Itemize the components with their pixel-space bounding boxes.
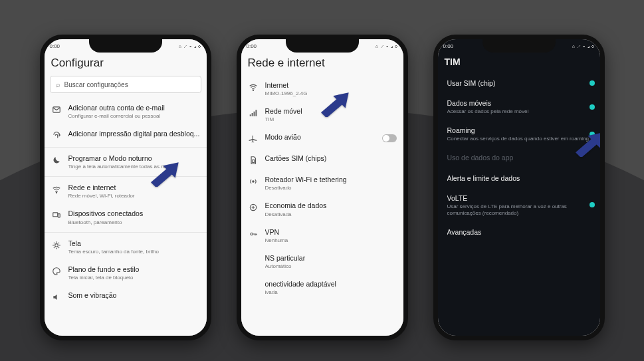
vpn-icon [248, 229, 259, 239]
item-title: Programar o Modo noturno [68, 154, 200, 163]
phone-stage: 0:00 ⌂ ⟋ ▾ ◿ ▢ Configurar ⌕ Buscar confi… [0, 0, 644, 340]
item-use-sim[interactable]: Usar SIM (chip) [438, 73, 600, 93]
item-roaming[interactable]: RoamingConectar aos serviços de dados qu… [438, 120, 600, 148]
item-title: VPN [265, 228, 397, 237]
svg-point-7 [252, 181, 253, 182]
svg-point-9 [250, 233, 253, 235]
screen-network: 0:00 ⌂ ⟋ ▾ ◿ ▢ Rede e internet InternetM… [241, 39, 403, 336]
item-sub: Tema escuro, tamanho da fonte, brilho [68, 249, 200, 255]
item-sub: Bluetooth, pareamento [68, 219, 200, 226]
roaming-toggle[interactable] [590, 132, 595, 137]
item-title: Roaming [447, 126, 591, 135]
fingerprint-icon [51, 130, 62, 141]
phone-notch [483, 39, 556, 53]
item-hotspot[interactable]: Roteador Wi-Fi e tetheringDesativado [241, 170, 403, 196]
use-sim-toggle[interactable] [590, 80, 595, 86]
status-indicators: ⌂ ⟋ ▾ ◿ ▢ [179, 44, 201, 49]
item-title: Modo avião [265, 133, 397, 142]
item-display[interactable]: TelaTema escuro, tamanho da fonte, brilh… [45, 234, 207, 260]
item-sub: Acessar os dados pela rede móvel [447, 108, 591, 115]
mobile-data-toggle[interactable] [590, 104, 595, 110]
item-sub: Desativado [265, 185, 397, 191]
sim-list: Usar SIM (chip) Dados móveisAcessar os d… [438, 73, 600, 242]
item-title: Uso de dados do app [447, 154, 591, 162]
airplane-icon [248, 134, 259, 144]
phone-2: 0:00 ⌂ ⟋ ▾ ◿ ▢ Rede e internet InternetM… [237, 35, 408, 340]
item-sim-cards[interactable]: Cartões SIM (chips) [241, 149, 403, 170]
sim-icon [248, 155, 259, 166]
volte-toggle[interactable] [590, 202, 595, 207]
item-vpn[interactable]: VPNNenhuma [241, 223, 403, 249]
item-wallpaper[interactable]: Plano de fundo e estiloTela inicial, tel… [45, 260, 207, 286]
status-time: 0:00 [247, 43, 257, 49]
item-sub: Nenhuma [265, 237, 397, 244]
item-volte[interactable]: VoLTEUsar serviços de LTE para melhorar … [438, 188, 600, 222]
hotspot-icon [248, 176, 259, 187]
item-data-saver[interactable]: Economia de dadosDesativada [241, 196, 403, 222]
data-saver-icon [248, 202, 259, 213]
status-time: 0:00 [50, 43, 60, 49]
item-title: Usar SIM (chip) [447, 79, 591, 88]
signal-icon [248, 108, 259, 118]
display-icon [51, 240, 62, 251]
item-title: Cartões SIM (chips) [265, 154, 397, 163]
settings-list: Adicionar outra conta de e-mailConfigura… [45, 98, 207, 307]
item-network-internet[interactable]: Rede e internetRede móvel, Wi-Fi, rotead… [45, 178, 207, 204]
item-connected-devices[interactable]: Dispositivos conectadosBluetooth, paream… [45, 204, 207, 230]
svg-point-4 [54, 243, 58, 247]
divider [45, 232, 207, 233]
airplane-toggle[interactable] [382, 134, 397, 142]
sound-icon [51, 292, 62, 302]
item-mobile-network[interactable]: Rede móvelTIM [241, 102, 403, 128]
item-sub: ivada [265, 289, 397, 296]
item-title: Tela [68, 239, 200, 248]
phone-1: 0:00 ⌂ ⟋ ▾ ◿ ▢ Configurar ⌕ Buscar confi… [40, 35, 211, 340]
phone-notch [89, 39, 162, 53]
moon-icon [51, 155, 62, 166]
item-mobile-data[interactable]: Dados móveisAcessar os dados pela rede m… [438, 93, 600, 120]
item-internet[interactable]: InternetMIMO-1996_2.4G [241, 76, 403, 102]
search-icon: ⌕ [56, 80, 60, 88]
palette-icon [51, 266, 62, 277]
item-airplane-mode[interactable]: Modo avião [241, 128, 403, 149]
item-sound[interactable]: Som e vibração [45, 286, 207, 307]
item-title: Internet [265, 81, 397, 90]
item-sub: Rede móvel, Wi-Fi, roteador [68, 193, 200, 199]
item-sub: Conectar aos serviços de dados quando es… [447, 136, 591, 142]
page-title: TIM [438, 53, 600, 73]
status-indicators: ⌂ ⟋ ▾ ◿ ▢ [376, 44, 398, 49]
item-sub: MIMO-1996_2.4G [265, 90, 397, 97]
item-title: Plano de fundo e estilo [68, 265, 200, 274]
item-add-email[interactable]: Adicionar outra conta de e-mailConfigura… [45, 98, 207, 124]
item-title: Dados móveis [447, 99, 591, 108]
item-adaptive-connectivity[interactable]: onectividade adaptávelivada [241, 275, 403, 301]
screen-settings: 0:00 ⌂ ⟋ ▾ ◿ ▢ Configurar ⌕ Buscar confi… [45, 39, 207, 336]
search-placeholder: Buscar configurações [64, 81, 128, 88]
item-advanced[interactable]: Avançadas [438, 222, 600, 242]
item-fingerprint[interactable]: Adicionar impressão digital para desbloq… [45, 124, 207, 146]
item-data-alert[interactable]: Alerta e limite de dados [438, 168, 600, 188]
wifi-icon [248, 82, 259, 92]
svg-point-5 [253, 90, 253, 90]
network-list: InternetMIMO-1996_2.4G Rede móvelTIM Mod… [241, 76, 403, 301]
status-indicators: ⌂ ⟋ ▾ ◿ ▢ [572, 44, 595, 49]
svg-rect-3 [58, 214, 60, 217]
item-title: Rede e internet [68, 183, 200, 192]
item-night-mode[interactable]: Programar o Modo noturnoTinge a tela aut… [45, 149, 207, 175]
item-sub: TIM [265, 116, 397, 123]
item-title: Roteador Wi-Fi e tethering [265, 176, 397, 184]
item-title: NS particular [265, 254, 397, 263]
item-title: Dispositivos conectados [68, 209, 200, 218]
item-private-dns[interactable]: NS particularAutomático [241, 249, 403, 275]
search-input[interactable]: ⌕ Buscar configurações [50, 76, 201, 93]
email-icon [51, 104, 62, 115]
item-title: Economia de dados [265, 201, 397, 210]
item-sub: Desativada [265, 211, 397, 218]
item-sub: Tinge a tela automaticamente todas as no… [68, 164, 200, 170]
item-title: Adicionar outra conta de e-mail [68, 104, 200, 112]
svg-rect-2 [53, 213, 57, 217]
divider [45, 147, 207, 148]
item-app-data-usage[interactable]: Uso de dados do app [438, 148, 600, 168]
dns-icon [248, 255, 259, 265]
svg-rect-6 [252, 160, 254, 163]
